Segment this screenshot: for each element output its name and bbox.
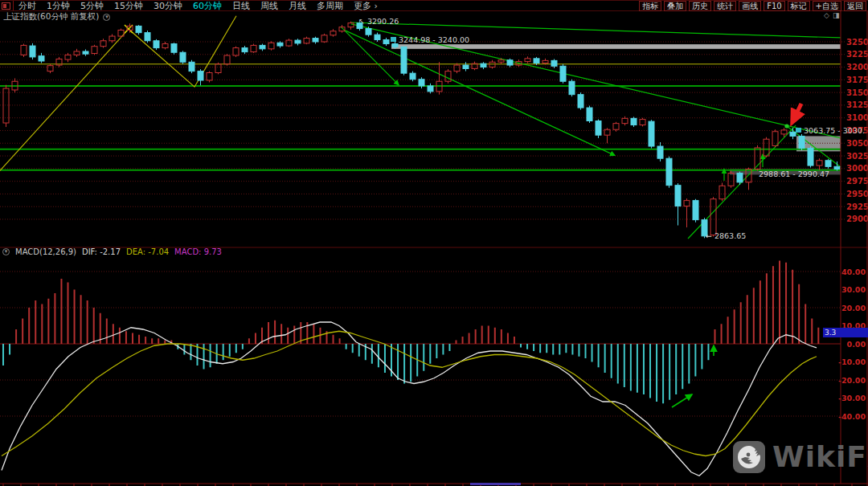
svg-text:2950: 2950 — [846, 190, 868, 198]
candle-20 — [180, 52, 186, 62]
candle-9 — [83, 51, 88, 54]
toolbar-button-2[interactable]: 历史 — [689, 1, 711, 11]
macd-header: ▾ MACD(12,26,9) DIF: -2.17 DEA: -7.04 MA… — [2, 247, 222, 256]
candle-15 — [136, 26, 141, 32]
svg-text:3175: 3175 — [846, 76, 868, 84]
diamond-icon[interactable]: ◇ — [824, 11, 829, 19]
chart-title: 上证指数(60分钟 前复权) — [3, 11, 99, 22]
timeframe-item-9[interactable]: 多周期 — [317, 0, 343, 12]
timeframe-item-3[interactable]: 15分钟 — [114, 0, 143, 12]
svg-text:-30.00: -30.00 — [838, 394, 866, 402]
timeframe-item-8[interactable]: 月线 — [289, 0, 306, 12]
wikifx-logo-icon — [733, 441, 765, 473]
candle-35 — [313, 39, 318, 42]
toolbar-button-7[interactable]: +自选 — [813, 1, 841, 11]
svg-text:3150: 3150 — [846, 88, 868, 97]
chart-corner-icons: ◇ ◨ — [824, 11, 839, 19]
timeframe-item-1[interactable]: 1分钟 — [47, 0, 70, 12]
candle-47 — [419, 80, 424, 86]
svg-text:3225: 3225 — [846, 50, 868, 59]
candle-27 — [242, 48, 248, 52]
svg-text:2988.61 - 2990.47: 2988.61 - 2990.47 — [759, 169, 829, 178]
macd-macd-value: MACD: 9.73 — [174, 247, 222, 256]
candle-75 — [666, 158, 672, 185]
svg-text:3025: 3025 — [846, 152, 868, 161]
macd-collapse-icon[interactable]: ▾ — [2, 248, 10, 255]
candle-33 — [295, 40, 301, 43]
macd-dif-value: DIF: -2.17 — [82, 247, 121, 256]
timeframe-item-6[interactable]: 日线 — [232, 0, 250, 12]
svg-text:3050: 3050 — [846, 139, 868, 148]
svg-text:-10.00: -10.00 — [838, 357, 866, 366]
candle-3 — [30, 46, 35, 57]
candle-54 — [481, 63, 486, 67]
candle-46 — [410, 73, 416, 80]
toolbar-button-1[interactable]: 叠加 — [664, 1, 686, 11]
svg-text:2900: 2900 — [846, 214, 868, 223]
svg-text:3250: 3250 — [846, 38, 868, 47]
toolbar-button-5[interactable]: F10 — [764, 1, 784, 11]
timeframe-item-7[interactable]: 周线 — [260, 0, 278, 12]
timeframe-item-4[interactable]: 30分钟 — [154, 0, 182, 12]
candle-66 — [587, 108, 592, 120]
charts-canvas[interactable]: 3250322532003175315031253100307530503025… — [0, 0, 868, 486]
candle-76 — [675, 186, 681, 206]
candle-91 — [808, 149, 813, 165]
candle-60 — [534, 59, 539, 63]
split-panel-icon[interactable]: ◨ — [833, 11, 840, 19]
candle-42 — [375, 35, 380, 39]
toolbar-button-6[interactable]: 标记 — [788, 1, 810, 11]
svg-text:3100: 3100 — [846, 113, 868, 122]
candle-57 — [507, 60, 513, 65]
candle-19 — [171, 44, 177, 53]
chart-title-row: 上证指数(60分钟 前复权) ▾ — [3, 11, 110, 22]
wikifx-logo-text: WikiFX — [772, 440, 868, 473]
candle-41 — [366, 29, 371, 35]
candle-83 — [737, 174, 743, 182]
candle-63 — [560, 66, 566, 81]
window-mode-icon[interactable] — [2, 2, 10, 10]
macd-indicator-name[interactable]: MACD(12,26,9) — [15, 247, 76, 256]
svg-text:2925: 2925 — [846, 202, 868, 211]
svg-text:40.00: 40.00 — [841, 268, 866, 276]
toolbar-right-buttons: 指标叠加历史统计画线F10标记+自选返回 — [639, 1, 868, 11]
candle-21 — [189, 62, 194, 71]
timeframe-item-10[interactable]: 更多 › — [354, 0, 378, 12]
timeframe-list: 分时1分钟5分钟15分钟30分钟60分钟日线周线月线多周期更多 › — [18, 0, 378, 12]
candle-65 — [578, 95, 583, 108]
svg-text:3200: 3200 — [846, 63, 868, 71]
candle-90 — [799, 136, 805, 148]
candle-94 — [834, 166, 840, 169]
candle-93 — [825, 161, 831, 167]
macd-value-badge: 3.3 — [823, 328, 868, 337]
toolbar: 分时1分钟5分钟15分钟30分钟60分钟日线周线月线多周期更多 › 指标叠加历史… — [0, 0, 868, 11]
candle-73 — [649, 121, 654, 146]
candle-16 — [145, 33, 150, 41]
toolbar-button-4[interactable]: 画线 — [739, 1, 761, 11]
candle-48 — [428, 86, 433, 92]
macd-dea-value: DEA: -7.04 — [126, 247, 169, 256]
toolbar-button-3[interactable]: 统计 — [714, 1, 736, 11]
collapse-icon[interactable]: ▾ — [103, 14, 110, 21]
svg-text:3244.98 - 3240.00: 3244.98 - 3240.00 — [399, 35, 469, 44]
trading-app-window: 3250322532003175315031253100307530503025… — [0, 0, 868, 486]
bottom-axis-highlight — [470, 483, 521, 485]
candle-78 — [693, 201, 698, 220]
timeframe-item-5[interactable]: 60分钟 — [193, 0, 222, 12]
candle-62 — [551, 60, 557, 66]
candle-44 — [392, 44, 398, 47]
toolbar-button-0[interactable]: 指标 — [639, 1, 661, 11]
svg-text:-40.00: -40.00 — [838, 412, 866, 421]
candle-89 — [790, 132, 796, 136]
candle-29 — [260, 45, 265, 48]
svg-text:-20.00: -20.00 — [838, 376, 866, 385]
timeframe-item-2[interactable]: 5分钟 — [80, 0, 104, 12]
candle-45 — [401, 47, 407, 73]
svg-text:0.00: 0.00 — [847, 340, 866, 349]
candle-67 — [596, 120, 601, 135]
candle-22 — [198, 71, 203, 80]
timeframe-item-0[interactable]: 分时 — [18, 0, 36, 12]
toolbar-button-8[interactable]: 返回 — [844, 1, 866, 11]
svg-text:3000: 3000 — [846, 164, 868, 173]
svg-text:2975: 2975 — [846, 177, 868, 186]
